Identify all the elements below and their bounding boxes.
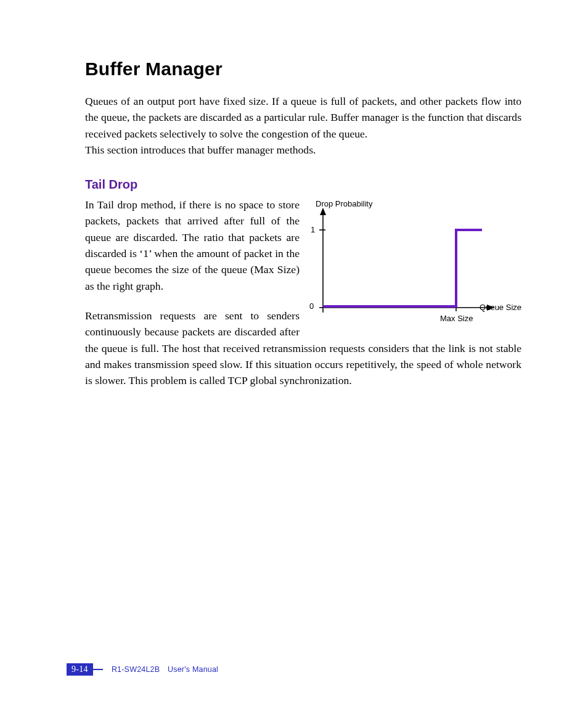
chart-y-tick-1: 1 (311, 225, 315, 234)
section-heading: Buffer Manager (85, 59, 521, 80)
page: Buffer Manager Queues of an output port … (0, 0, 588, 720)
body-paragraph-1b: This section introduces that buffer mana… (85, 142, 521, 158)
svg-marker-1 (320, 208, 326, 215)
tail-drop-chart: Drop Probability 1 0 Queue Size Max Size (308, 199, 521, 326)
page-footer: 9-14 R1-SW24L2B User's Manual (67, 663, 218, 676)
wrapped-content: Drop Probability 1 0 Queue Size Max Size… (85, 197, 521, 388)
footer-divider (93, 669, 103, 670)
chart-y-tick-0: 0 (309, 301, 314, 311)
manual-title: R1-SW24L2B User's Manual (112, 665, 218, 674)
chart-y-axis-label: Drop Probability (316, 199, 373, 208)
page-number: 9-14 (67, 663, 93, 676)
body-paragraph-1: Queues of an output port have fixed size… (85, 93, 521, 142)
svg-marker-3 (487, 305, 494, 311)
chart-svg (317, 208, 514, 325)
subsection-heading: Tail Drop (85, 178, 521, 192)
